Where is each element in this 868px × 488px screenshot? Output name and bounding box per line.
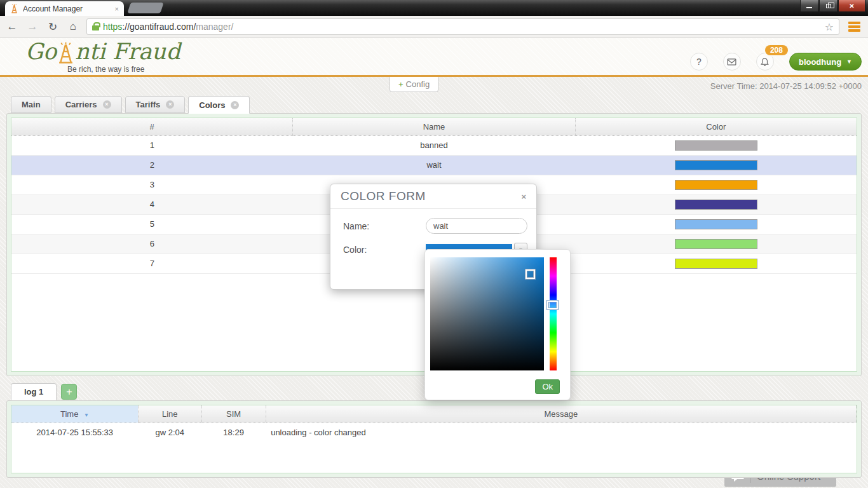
color-picker-popup: Ok bbox=[424, 249, 571, 400]
log-header-row: Time ▼ Line SIM Message bbox=[11, 405, 857, 423]
back-button[interactable]: ← bbox=[5, 20, 19, 33]
messages-button[interactable] bbox=[723, 53, 741, 71]
tab-carriers[interactable]: Carriers × bbox=[55, 96, 122, 113]
browser-tab-title: Account Manager bbox=[23, 4, 111, 13]
favicon-tower-icon bbox=[10, 4, 18, 13]
hue-slider[interactable] bbox=[550, 257, 557, 370]
app-header: Go nti Fraud Be rich, the way is free ? bbox=[0, 38, 868, 75]
close-icon[interactable]: × bbox=[231, 101, 239, 109]
log-time: 2014-07-25 15:55:33 bbox=[11, 423, 138, 442]
row-name: wait bbox=[293, 155, 575, 175]
user-menu-button[interactable]: bloodhung ▼ bbox=[789, 53, 862, 71]
row-num: 3 bbox=[11, 175, 293, 194]
table-header-row: # Name Color bbox=[11, 118, 857, 135]
color-label: Color: bbox=[343, 245, 426, 255]
col-header-name[interactable]: Name bbox=[293, 118, 575, 135]
server-time: Server Time: 2014-07-25 14:09:52 +0000 bbox=[710, 81, 862, 91]
envelope-icon bbox=[727, 58, 736, 65]
col-header-color[interactable]: Color bbox=[575, 118, 857, 135]
col-header-num[interactable]: # bbox=[11, 118, 293, 135]
logo-tower-icon bbox=[57, 41, 74, 64]
minimize-button[interactable] bbox=[800, 0, 818, 12]
log-sim: 18:29 bbox=[201, 423, 266, 442]
workspace-tabs: Main Carriers × Tariffs × Colors × bbox=[11, 96, 250, 114]
username: bloodhung bbox=[799, 57, 841, 67]
col-header-line[interactable]: Line bbox=[138, 405, 201, 423]
close-icon[interactable]: × bbox=[103, 100, 111, 109]
logo[interactable]: Go nti Fraud bbox=[25, 41, 180, 63]
saturation-marker[interactable] bbox=[526, 269, 535, 279]
tab-label: Colors bbox=[199, 100, 225, 110]
reload-button[interactable]: ↻ bbox=[46, 20, 60, 34]
name-label: Name: bbox=[343, 221, 426, 231]
tab-main[interactable]: Main bbox=[11, 96, 51, 113]
notification-count-badge: 208 bbox=[765, 45, 788, 55]
name-field[interactable] bbox=[426, 218, 527, 234]
tab-tariffs[interactable]: Tariffs × bbox=[125, 96, 186, 113]
ok-button[interactable]: Ok bbox=[535, 379, 560, 394]
bell-icon bbox=[760, 57, 770, 67]
row-num: 2 bbox=[11, 155, 293, 175]
col-header-message[interactable]: Message bbox=[266, 405, 856, 423]
plus-icon: + bbox=[398, 79, 403, 89]
tab-label: Main bbox=[22, 100, 41, 109]
color-swatch bbox=[675, 140, 757, 151]
config-button[interactable]: +Config bbox=[390, 77, 438, 92]
tab-colors[interactable]: Colors × bbox=[188, 96, 250, 114]
browser-menu-icon[interactable] bbox=[846, 22, 863, 32]
tab-label: Carriers bbox=[65, 100, 97, 109]
hue-slider-handle[interactable] bbox=[547, 301, 558, 309]
tab-label: Tariffs bbox=[136, 100, 161, 109]
chevron-down-icon: ▼ bbox=[846, 58, 852, 65]
sort-desc-icon: ▼ bbox=[84, 412, 89, 418]
restore-button[interactable] bbox=[819, 0, 837, 12]
forward-button[interactable]: → bbox=[25, 20, 39, 33]
inactive-tab-stub[interactable] bbox=[127, 3, 164, 13]
https-lock-icon[interactable] bbox=[92, 25, 99, 30]
color-swatch bbox=[675, 239, 757, 249]
config-label: Config bbox=[406, 79, 430, 89]
close-icon[interactable]: × bbox=[166, 100, 174, 109]
log-message: unloading - color changed bbox=[266, 423, 856, 442]
logo-text-rest: nti Fraud bbox=[75, 41, 180, 63]
col-header-sim[interactable]: SIM bbox=[201, 405, 266, 423]
row-num: 6 bbox=[11, 234, 293, 254]
dialog-title: COLOR FORM bbox=[341, 189, 426, 203]
saturation-square[interactable] bbox=[430, 257, 544, 370]
color-swatch bbox=[675, 160, 757, 170]
help-button[interactable]: ? bbox=[690, 53, 708, 71]
log-tab-label: log 1 bbox=[24, 387, 43, 396]
notifications-button[interactable] bbox=[756, 53, 774, 71]
minimize-icon bbox=[806, 7, 812, 8]
address-bar[interactable]: https://goantifraud.com/manager/ ☆ bbox=[86, 18, 839, 35]
log-row[interactable]: 2014-07-25 15:55:33 gw 2:04 18:29 unload… bbox=[11, 423, 857, 442]
bookmark-star-icon[interactable]: ☆ bbox=[825, 21, 834, 33]
browser-tab[interactable]: Account Manager × bbox=[5, 1, 124, 16]
add-log-button[interactable]: + bbox=[61, 384, 77, 400]
row-num: 4 bbox=[11, 194, 293, 214]
logo-text-go: Go bbox=[25, 41, 57, 63]
close-window-button[interactable]: ✕ bbox=[838, 0, 865, 12]
row-name: banned bbox=[293, 135, 575, 155]
table-row[interactable]: 1 banned bbox=[11, 135, 857, 155]
col-label: Time bbox=[60, 409, 78, 419]
log-panel-inner: Time ▼ Line SIM Message 2014-07-25 15:55… bbox=[11, 405, 857, 473]
color-swatch bbox=[675, 200, 757, 210]
url-host: ://goantifraud.com/ bbox=[122, 22, 196, 32]
tab-close-icon[interactable]: × bbox=[115, 5, 119, 13]
table-row[interactable]: 2 wait bbox=[11, 155, 857, 175]
home-button[interactable]: ⌂ bbox=[66, 20, 80, 33]
log-tab[interactable]: log 1 bbox=[11, 383, 57, 400]
page: Go nti Fraud Be rich, the way is free ? bbox=[0, 38, 868, 488]
log-line: gw 2:04 bbox=[138, 423, 201, 442]
browser-navbar: ← → ↻ ⌂ https://goantifraud.com/manager/… bbox=[0, 16, 868, 38]
color-swatch bbox=[675, 259, 757, 269]
restore-icon bbox=[826, 4, 831, 8]
col-header-time[interactable]: Time ▼ bbox=[11, 405, 138, 423]
color-swatch bbox=[675, 219, 757, 229]
dialog-close-icon[interactable]: × bbox=[521, 192, 526, 201]
url-scheme: https bbox=[103, 22, 122, 32]
browser-titlebar: Account Manager × ✕ bbox=[0, 0, 868, 16]
row-num: 7 bbox=[11, 254, 293, 273]
url-path: manager/ bbox=[196, 22, 233, 32]
